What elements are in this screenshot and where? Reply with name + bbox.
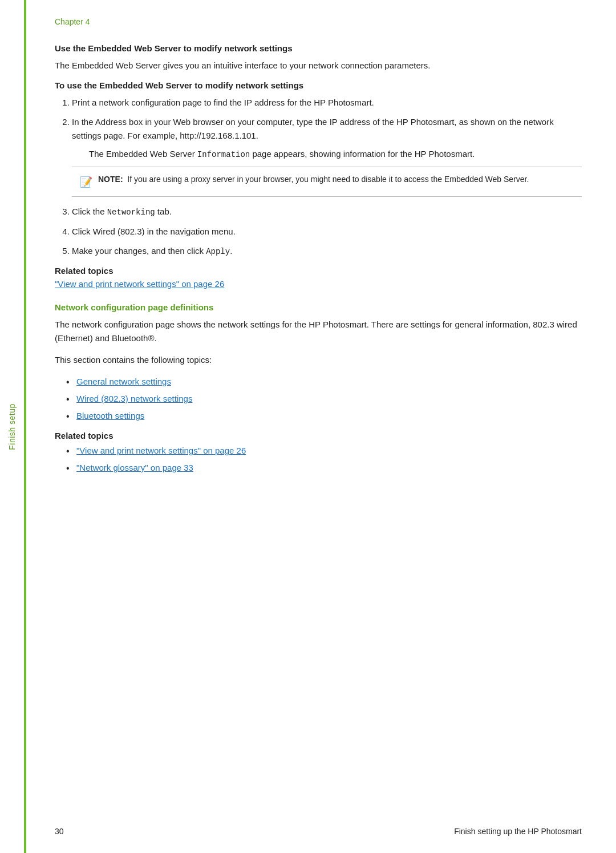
step-3-text: Click the Networking tab. (72, 207, 172, 216)
note-text: If you are using a proxy server in your … (125, 175, 529, 184)
related-link-1[interactable]: "View and print network settings" on pag… (55, 279, 582, 289)
related-topics-1: Related topics "View and print network s… (55, 266, 582, 289)
note-box: 📝 NOTE: If you are using a proxy server … (72, 167, 582, 197)
related-topics-1-heading: Related topics (55, 266, 582, 276)
step-2-text: In the Address box in your Web browser o… (72, 117, 554, 140)
related-topics-2-list: "View and print network settings" on pag… (66, 444, 582, 475)
note-label: NOTE: (98, 175, 123, 184)
step-4-text: Click Wired (802.3) in the navigation me… (72, 227, 236, 236)
topic-link-3[interactable]: Bluetooth settings (76, 411, 144, 421)
footer-title: Finish setting up the HP Photosmart (454, 827, 582, 836)
related-topic-2-item-2: "Network glossary" on page 33 (66, 461, 582, 475)
step-3-code: Networking (107, 208, 155, 217)
topic-item-1: General network settings (66, 375, 582, 389)
related-topic-2-link-2[interactable]: "Network glossary" on page 33 (76, 463, 193, 472)
step-2-indent-text1: The Embedded Web Server Information page… (89, 149, 475, 159)
section2-intro: The network configuration page shows the… (55, 318, 582, 345)
note-content: NOTE: If you are using a proxy server in… (98, 173, 529, 185)
step-3: Click the Networking tab. (72, 205, 582, 219)
related-topics-2-heading: Related topics (55, 431, 582, 440)
todo-heading: To use the Embedded Web Server to modify… (55, 80, 582, 90)
topic-link-2[interactable]: Wired (802.3) network settings (76, 394, 192, 403)
chapter-header: Chapter 4 (55, 17, 582, 26)
step-2-code: Information (197, 150, 250, 159)
topic-item-3: Bluetooth settings (66, 409, 582, 423)
step-2: In the Address box in your Web browser o… (72, 115, 582, 197)
step-5-code: Apply (206, 247, 230, 256)
related-topic-2-link-1[interactable]: "View and print network settings" on pag… (76, 446, 246, 455)
page-footer: 30 Finish setting up the HP Photosmart (55, 827, 582, 836)
step-1-text: Print a network configuration page to fi… (72, 98, 374, 107)
step-1: Print a network configuration page to fi… (72, 96, 582, 110)
section1-heading: Use the Embedded Web Server to modify ne… (55, 43, 582, 53)
related-topics-2: Related topics "View and print network s… (55, 431, 582, 475)
note-icon: 📝 (80, 174, 92, 191)
topic-link-1[interactable]: General network settings (76, 377, 171, 386)
step-5-text: Make your changes, and then click Apply. (72, 246, 232, 256)
step-2-indent: The Embedded Web Server Information page… (89, 147, 582, 161)
section2-heading: Network configuration page definitions (55, 302, 582, 312)
steps-list: Print a network configuration page to fi… (72, 96, 582, 258)
step-5: Make your changes, and then click Apply. (72, 244, 582, 258)
topics-list: General network settings Wired (802.3) n… (66, 375, 582, 423)
step-4: Click Wired (802.3) in the navigation me… (72, 225, 582, 238)
topics-heading: This section contains the following topi… (55, 353, 582, 367)
footer-page-number: 30 (55, 827, 64, 836)
related-topic-2-item-1: "View and print network settings" on pag… (66, 444, 582, 458)
section1-intro: The Embedded Web Server gives you an int… (55, 59, 582, 72)
topic-item-2: Wired (802.3) network settings (66, 392, 582, 406)
sidebar-label: Finish setup (7, 403, 17, 450)
main-content: Chapter 4 Use the Embedded Web Server to… (26, 0, 616, 853)
sidebar: Finish setup (0, 0, 24, 853)
